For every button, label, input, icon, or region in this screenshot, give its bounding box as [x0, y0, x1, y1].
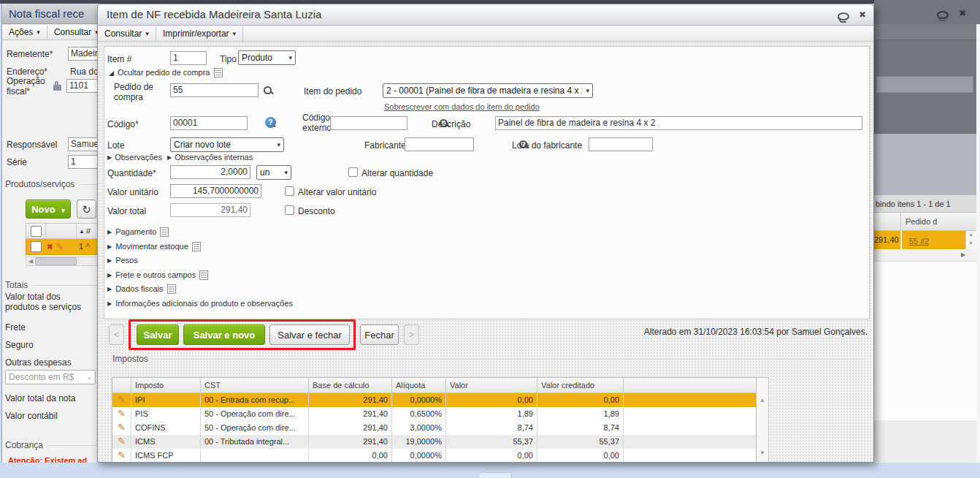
form-icon[interactable] [160, 227, 169, 237]
consultar-menu[interactable]: Consultar▾ [98, 26, 156, 41]
tipo-select[interactable]: Produto▾ [238, 50, 296, 65]
alterar-valor-unitario-checkbox[interactable] [285, 186, 294, 196]
edit-icon[interactable]: ✎ [55, 242, 64, 251]
codigo-label: Código* [107, 119, 139, 129]
valor-unitario-input[interactable]: 145,7000000000 [170, 184, 261, 198]
edit-icon[interactable]: ✎ [118, 436, 126, 447]
delete-icon[interactable]: ✖ [47, 243, 53, 251]
fechar-button[interactable]: Fechar [360, 325, 399, 345]
novo-button[interactable]: Novo ▾ [26, 200, 71, 219]
valor-total-input[interactable]: 291,40 [170, 203, 250, 217]
quantidade-input[interactable]: 2,0000 [170, 165, 250, 179]
comment-icon[interactable] [937, 11, 949, 19]
impostos-vscrollbar[interactable]: ▲ ▼ [757, 377, 769, 463]
bottom-panel-handle[interactable] [478, 472, 512, 478]
num-column-header: # [86, 227, 91, 236]
caret-up-icon[interactable]: ^ [85, 243, 90, 251]
section-pagamento[interactable]: ▶Pagamento [107, 227, 169, 237]
row-checkbox[interactable] [31, 241, 42, 252]
dimmed-content-area [874, 134, 980, 195]
desconto-checkbox[interactable] [285, 205, 294, 215]
chevron-down-icon: ▾ [586, 87, 589, 94]
codigo-input[interactable]: 00001 [170, 116, 248, 130]
fabricante-input[interactable] [405, 137, 474, 151]
scroll-right-icon[interactable]: ▶ [961, 251, 965, 258]
refresh-button[interactable]: ↻ [77, 200, 96, 219]
tax-row-ipi[interactable]: ✎ IPI 00 - Entrada com recup... 291,40 0… [112, 393, 756, 407]
salvar-button[interactable]: Salvar [137, 325, 179, 345]
salvar-e-novo-button[interactable]: Salvar e novo [183, 325, 265, 345]
codigo-externo-input[interactable] [330, 116, 407, 130]
sort-asc-icon[interactable]: ▲ [79, 228, 85, 235]
scroll-down-icon[interactable]: ▼ [759, 449, 765, 456]
sobrescrever-link[interactable]: Sobrescrever com dados do item do pedido [384, 102, 540, 112]
unidade-select[interactable]: un▾ [256, 165, 291, 180]
tax-row-icms-fcp[interactable]: ✎ ICMS FCP 0,00 0,0000% 0,00 0,00 [112, 449, 756, 463]
edit-icon[interactable]: ✎ [118, 422, 126, 433]
modal: Item de NF recebida Madeireira Santa Luz… [97, 4, 874, 463]
lote-fabricante-input[interactable] [589, 137, 653, 151]
search-icon[interactable] [263, 86, 273, 96]
form-icon[interactable] [214, 68, 223, 77]
comment-icon[interactable] [838, 12, 849, 20]
collapse-icon: ◢ [109, 69, 114, 77]
form-icon[interactable] [192, 242, 201, 251]
pedido-compra-input[interactable]: 55 [170, 83, 259, 97]
right-table-row[interactable]: 291,40 55 #2 [874, 231, 965, 249]
edit-icon[interactable]: ✎ [118, 408, 126, 419]
valor-contabil-label: Valor contábil [5, 411, 58, 421]
consultar-menu-left[interactable]: Consultar▾ [47, 25, 102, 39]
pedido-compra-label: Pedido de compra [114, 82, 164, 102]
scroll-up-icon[interactable]: ▲ [759, 397, 765, 403]
desconto-select[interactable]: Desconto em R$⌄ [5, 370, 96, 384]
item-pedido-select[interactable]: 2 - 00001 (Painel de fibra de madeira e … [383, 83, 593, 98]
section-informacoes-adicionais[interactable]: ▶Informações adicionais do produto e obs… [107, 299, 293, 308]
dimmed-field [876, 76, 973, 93]
form-icon[interactable] [167, 284, 176, 294]
scroll-down-icon[interactable]: ▼ [968, 240, 973, 246]
section-pesos[interactable]: ▶Pesos [107, 256, 138, 265]
observacoes-toggle[interactable]: ▶Observações [107, 153, 162, 162]
modal-titlebar[interactable]: Item de NF recebida Madeireira Santa Luz… [98, 4, 873, 26]
edit-icon[interactable]: ✎ [118, 394, 126, 405]
section-movimentar-estoque[interactable]: ▶Movimentar estoque [107, 242, 201, 251]
left-items-row[interactable]: ✖ ✎ 1 ^ [26, 239, 102, 255]
tax-row-icms[interactable]: ✎ ICMS 00 - Tributada integral... 291,40… [112, 435, 756, 449]
edit-icon[interactable]: ✎ [118, 449, 126, 460]
atencao-warning: Atenção: Existem ad [8, 456, 87, 463]
observacoes-internas-toggle[interactable]: ▶Observações internas [167, 153, 253, 162]
next-item-button[interactable]: > [404, 325, 419, 345]
right-table-hscroll-strip[interactable]: ▶ [874, 249, 976, 262]
alterar-quantidade-checkbox[interactable] [348, 167, 358, 177]
form-icon[interactable] [199, 270, 208, 280]
salvar-e-fechar-button[interactable]: Salvar e fechar [269, 325, 350, 345]
left-items-hscrollbar[interactable]: ◀ [26, 257, 102, 266]
expand-icon: ▶ [107, 272, 112, 278]
cobranca-legend: Cobrança [5, 440, 102, 450]
collapse-pedido-compra-toggle[interactable]: ◢ Ocultar pedido de compra [109, 68, 223, 77]
icon-column-header [112, 378, 131, 393]
close-icon[interactable]: ✖ [959, 8, 966, 18]
right-table-vscrollbar[interactable]: ▲ ▼ [965, 231, 976, 249]
tax-row-cofins[interactable]: ✎ COFINS 50 - Operação com dire... 291,4… [112, 421, 756, 435]
valor-unitario-label: Valor unitário [107, 187, 158, 197]
imprimir-exportar-menu[interactable]: Imprimir/exportar▾ [156, 26, 243, 41]
descricao-input[interactable]: Painel de fibra de madeira e resina 4 x … [495, 116, 862, 130]
expand-icon: ▶ [107, 229, 112, 235]
scroll-left-icon[interactable]: ◀ [26, 258, 35, 265]
section-frete-outros[interactable]: ▶Frete e outros campos [107, 270, 208, 280]
tax-row-pis[interactable]: ✎ PIS 50 - Operação com dire... 291,40 0… [112, 407, 756, 421]
select-all-checkbox[interactable] [31, 226, 42, 237]
product-help-icon[interactable]: ? [265, 117, 276, 128]
prev-item-button[interactable]: < [109, 325, 124, 345]
pedido-compra-link[interactable]: 55 #2 [909, 237, 930, 246]
left-window-titlebar: Nota fiscal rece [2, 4, 102, 24]
section-dados-fiscais[interactable]: ▶Dados fiscais [107, 284, 176, 294]
scroll-up-icon[interactable]: ▲ [968, 232, 973, 237]
acoes-menu[interactable]: Ações▾ [2, 25, 47, 39]
chevron-down-icon: ▾ [37, 29, 40, 36]
item-number-input[interactable]: 1 [170, 51, 207, 65]
lote-select[interactable]: Criar novo lote▾ [170, 137, 284, 152]
close-icon[interactable]: ✖ [859, 10, 866, 20]
endereco-value: Rua do [70, 67, 99, 77]
